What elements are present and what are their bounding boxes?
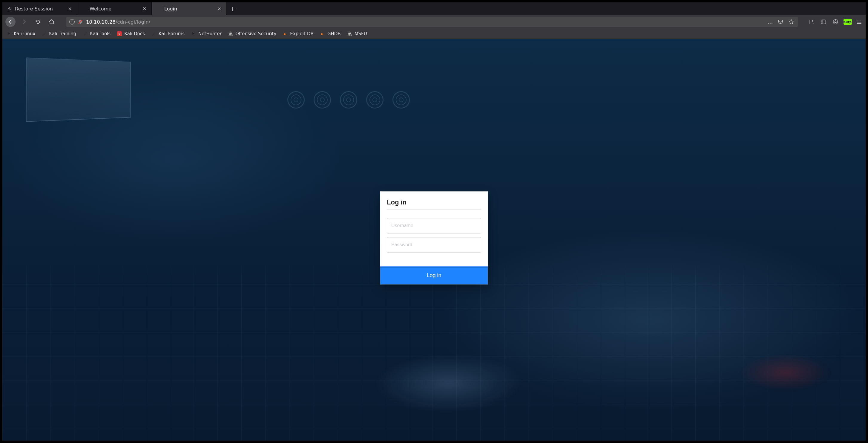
bookmark-msfu[interactable]: MSFU [347, 31, 367, 36]
new-tab-button[interactable]: + [226, 2, 239, 15]
back-icon [7, 19, 13, 25]
bookmark-kali-docs[interactable]: Kali Docs [117, 31, 145, 36]
library-icon [809, 19, 814, 25]
bookmark-kali-forums[interactable]: Kali Forums [151, 31, 185, 36]
bookmark-label: MSFU [354, 31, 367, 36]
username-input[interactable] [387, 218, 481, 233]
app-menu-button[interactable]: ≡ [856, 18, 863, 26]
bookmarks-bar: Kali Linux Kali Training Kali Tools Kali… [2, 29, 866, 39]
forward-button [19, 17, 29, 27]
bookmark-label: GHDB [328, 31, 341, 36]
divider [387, 209, 481, 210]
bookmark-exploit-db[interactable]: Exploit-DB [283, 31, 314, 36]
reload-button[interactable] [33, 17, 43, 27]
sidebar-icon [820, 19, 827, 25]
bookmark-kali-tools[interactable]: Kali Tools [83, 31, 111, 36]
bg-screen-shape [26, 57, 130, 122]
bg-wheel [340, 91, 357, 109]
offsec-icon [228, 31, 233, 36]
tab-restore-session[interactable]: ⚠ Restore Session × [2, 2, 77, 15]
docs-icon [117, 31, 122, 36]
bookmark-label: Kali Docs [124, 31, 145, 36]
ghdb-icon [320, 31, 325, 36]
tab-welcome[interactable]: Welcome × [77, 2, 152, 15]
burp-extension-badge[interactable]: burp [843, 19, 852, 25]
site-info-icon[interactable]: i [69, 19, 75, 25]
bookmark-kali-linux[interactable]: Kali Linux [7, 31, 35, 36]
nav-toolbar: i 10.10.10.28/cdn-cgi/login/ … [2, 15, 866, 29]
home-icon [49, 19, 55, 25]
close-icon[interactable]: × [67, 6, 72, 11]
svg-rect-1 [821, 20, 826, 24]
bookmark-kali-training[interactable]: Kali Training [42, 31, 76, 36]
bookmark-label: Exploit-DB [290, 31, 314, 36]
blank-favicon [156, 6, 161, 11]
login-submit-button[interactable]: Log in [380, 266, 488, 284]
tab-label: Welcome [90, 6, 139, 12]
sync-account-button[interactable] [832, 18, 839, 26]
knife-icon [151, 31, 156, 36]
login-card: Log in Log in [380, 191, 488, 284]
home-button[interactable] [46, 17, 57, 27]
login-heading: Log in [387, 199, 481, 206]
tab-label: Restore Session [15, 6, 64, 12]
toolbar-right-icons: burp ≡ [808, 18, 863, 26]
exploitdb-icon [283, 31, 288, 36]
tab-strip: ⚠ Restore Session × Welcome × Login × + [2, 2, 866, 15]
bg-wheel [287, 91, 305, 109]
sync-icon [833, 19, 838, 25]
bookmark-star-button[interactable] [787, 18, 795, 26]
forward-icon [21, 19, 27, 25]
knife-icon [42, 31, 46, 36]
blank-favicon [81, 6, 87, 11]
bookmark-label: Kali Tools [90, 31, 111, 36]
bookmark-offensive-security[interactable]: Offensive Security [228, 31, 276, 36]
back-button[interactable] [5, 17, 16, 27]
tab-label: Login [164, 6, 214, 12]
bookmark-label: Kali Forums [159, 31, 185, 36]
pocket-icon [777, 19, 783, 25]
svg-point-3 [835, 21, 836, 22]
msfu-icon [347, 31, 352, 36]
close-icon[interactable]: × [142, 6, 147, 11]
bookmark-nethunter[interactable]: NetHunter [191, 31, 222, 36]
page-actions-more-icon[interactable]: … [768, 19, 774, 25]
url-host: 10.10.10.28 [86, 19, 116, 25]
bg-wheel [366, 91, 383, 109]
bookmark-label: NetHunter [198, 31, 222, 36]
star-icon [788, 19, 794, 25]
tracking-shield-off-icon[interactable] [78, 19, 83, 25]
bookmark-ghdb[interactable]: GHDB [320, 31, 341, 36]
bg-car-shape-2 [723, 348, 848, 393]
tab-login[interactable]: Login × [152, 2, 226, 15]
dragon-icon [191, 31, 196, 36]
bg-wheel [393, 91, 410, 109]
browser-window: ⚠ Restore Session × Welcome × Login × + [0, 0, 868, 443]
reload-icon [35, 19, 41, 25]
knife-icon [83, 31, 88, 36]
sidebar-toggle-button[interactable] [819, 18, 827, 26]
warning-icon: ⚠ [7, 6, 12, 11]
bg-wheel [314, 91, 331, 109]
pocket-button[interactable] [777, 18, 784, 26]
bookmark-label: Kali Training [49, 31, 76, 36]
bg-car-shape [362, 342, 577, 417]
url-bar[interactable]: i 10.10.10.28/cdn-cgi/login/ … [66, 17, 798, 27]
url-path: /cdn-cgi/login/ [116, 19, 150, 25]
bookmark-label: Kali Linux [14, 31, 35, 36]
bg-wheel-row [287, 91, 410, 109]
close-icon[interactable]: × [217, 6, 222, 11]
library-button[interactable] [808, 18, 815, 26]
bookmark-label: Offensive Security [236, 31, 276, 36]
dragon-icon [7, 31, 11, 36]
url-text: 10.10.10.28/cdn-cgi/login/ [86, 19, 765, 25]
page-viewport: Log in Log in [2, 39, 866, 441]
password-input[interactable] [387, 237, 481, 253]
